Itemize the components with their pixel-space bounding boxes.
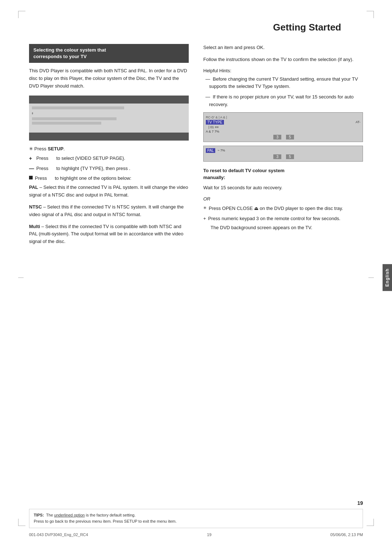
corner-mark-tr: [367, 11, 374, 18]
ui-btn-row2: 3 5: [206, 154, 360, 159]
corner-mark-tl: [18, 11, 25, 18]
or-text: OR: [203, 196, 363, 202]
screenshot-line3: [32, 122, 101, 125]
ui-row2: TV TYPE AT-: [206, 120, 360, 125]
footer-meta-right: 05/06/06, 2:13 PM: [330, 532, 363, 537]
ui-s2-text: ~ 7%: [217, 149, 225, 152]
ui-pal-highlight: PAL: [206, 148, 215, 153]
step3-text: Press to highlight one of the options be…: [35, 174, 131, 182]
to-reset-line2: manually:: [203, 175, 225, 180]
step1-text: Press to select {VIDEO SETUP PAGE}.: [36, 154, 125, 162]
to-reset-title: To reset to default TV colour system man…: [203, 167, 363, 181]
open-close-icon: ✳: [203, 204, 207, 211]
ui-btn-5b: 5: [286, 154, 294, 159]
english-tab: English: [383, 264, 392, 291]
ui-row1: RC-D' & | A & |: [206, 116, 360, 119]
ntsc-term: NTSC: [29, 204, 42, 210]
step1-icon: +: [29, 154, 34, 163]
ui-screenshot2-row1: PAL ~ 7%: [206, 148, 360, 153]
multi-text: Multi – Select this if the connected TV …: [29, 223, 189, 246]
ui-row1-label: RC-D' & | A & |: [206, 116, 227, 119]
ui-screenshot-1: RC-D' & | A & | TV TYPE AT- | 01 ≡≡ A & …: [203, 112, 363, 142]
tips-label: TIPS:: [34, 513, 44, 517]
footer-meta-left: 001-043 DVP3040_Eng_02_RC4: [29, 532, 88, 537]
underlined-option: underlined option: [54, 513, 85, 517]
setup-icon-1: ✳: [29, 146, 33, 151]
footer-meta: 001-043 DVP3040_Eng_02_RC4 19 05/06/06, …: [29, 532, 363, 537]
helpful-hints-title: Helpful Hints:: [203, 68, 363, 73]
footer-meta-center: 19: [207, 532, 211, 537]
setup-label: SETUP: [48, 146, 63, 151]
content-columns: Selecting the colour system that corresp…: [29, 44, 363, 250]
left-column: Selecting the colour system that corresp…: [29, 44, 189, 250]
section-header: Selecting the colour system that corresp…: [29, 44, 189, 63]
side-mark-right: [368, 278, 374, 278]
select-item-text: Select an item and press OK.: [203, 44, 363, 52]
section-header-line2: corresponds to your TV: [33, 54, 87, 59]
step3-icon: [29, 176, 33, 179]
ui-highlight1: TV TYPE: [206, 120, 224, 125]
step3-line: Press to highlight one of the options be…: [29, 174, 189, 182]
wait-text: Wait for 15 seconds for auto recovery.: [203, 184, 363, 192]
screenshot-top-bar: [29, 96, 189, 104]
ui-row4-text: A & 7 7%: [206, 130, 219, 133]
numeric-icon: +: [203, 215, 206, 223]
ui-btn-3b: 3: [273, 154, 281, 159]
hint2-text: If there is no proper picture on your TV…: [209, 94, 354, 107]
pal-desc: – Select this if the connected TV is PAL…: [29, 185, 188, 198]
to-reset-line1: To reset to default TV colour system: [203, 168, 285, 173]
hint2: — If there is no proper picture on your …: [203, 93, 363, 109]
pal-term: PAL: [29, 185, 38, 190]
ntsc-text: NTSC – Select this if the connected TV i…: [29, 203, 189, 219]
page-container: English Getting Started Selecting the co…: [0, 0, 392, 555]
multi-desc: – Select this if the connected TV is com…: [29, 224, 183, 244]
screenshot-line2: [32, 117, 117, 120]
ui-screenshot-2: PAL ~ 7% 3 5: [203, 146, 363, 162]
follow-text: Follow the instructions shown on the TV …: [203, 56, 363, 64]
ui-btn-row1: 3 5: [206, 135, 360, 139]
corner-mark-br: [367, 519, 374, 526]
step2-text: Press to highlight {TV TYPE}, then press…: [36, 165, 130, 173]
screenshot-content: [29, 104, 189, 133]
open-close-text: Press OPEN CLOSE ⏏ on the DVD player to …: [209, 204, 343, 212]
ui-row2-val: AT-: [356, 120, 360, 124]
page-title: Getting Started: [29, 22, 363, 33]
screenshot-line1: [32, 106, 124, 109]
step2-icon: —: [29, 165, 34, 173]
ntsc-desc: – Select this if the connected TV is NTS…: [29, 204, 184, 217]
tips-box: TIPS: The underlined option is the facto…: [29, 509, 363, 528]
multi-term: Multi: [29, 224, 40, 229]
tips-text2: Press to go back to the previous menu it…: [34, 519, 177, 523]
page-number-display: 19: [29, 500, 363, 506]
tips-text: The underlined option is the factory def…: [46, 513, 135, 517]
step1-line: + Press to select {VIDEO SETUP PAGE}.: [29, 154, 189, 163]
right-column: Select an item and press OK. Follow the …: [203, 44, 363, 250]
ui-row3: | 01 ≡≡: [206, 125, 360, 129]
ui-row4: A & 7 7%: [206, 130, 360, 133]
section-header-line1: Selecting the colour system that: [33, 47, 106, 53]
corner-mark-bl: [18, 519, 25, 526]
intro-text: This DVD Player is compatible with both …: [29, 67, 189, 90]
screenshot-dot: [32, 112, 33, 114]
press-setup-line: ✳ Press SETUP.: [29, 146, 189, 151]
hint1-text: Before changing the current TV Standard …: [209, 76, 358, 89]
open-close-line: ✳ Press OPEN CLOSE ⏏ on the DVD player t…: [203, 204, 363, 212]
numeric-text: Press numeric keypad 3 on the remote con…: [208, 215, 340, 223]
pal-text: PAL – Select this if the connected TV is…: [29, 184, 189, 199]
ui-btn-3: 3: [273, 135, 281, 139]
step2-line: — Press to highlight {TV TYPE}, then pre…: [29, 165, 189, 173]
select-item-label: Select an item and press OK.: [203, 45, 265, 50]
footer: 19 TIPS: The underlined option is the fa…: [29, 500, 363, 537]
ui-btn-5: 5: [286, 135, 294, 139]
screenshot-box: [29, 96, 189, 141]
hint1: — Before changing the current TV Standar…: [203, 76, 363, 91]
screenshot-bottom-bar: [29, 133, 189, 141]
side-mark-left: [18, 278, 24, 278]
dvd-background-text: The DVD background screen appears on the…: [211, 224, 363, 232]
numeric-keypad-line: + Press numeric keypad 3 on the remote c…: [203, 215, 363, 223]
